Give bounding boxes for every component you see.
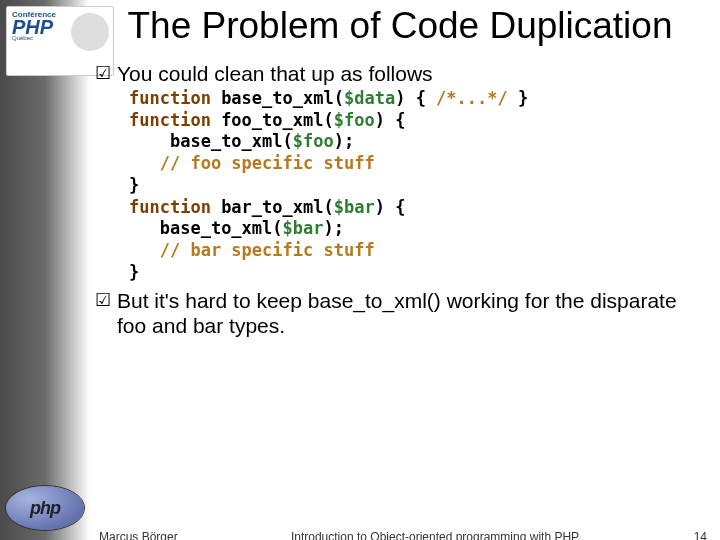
code-line-5: } xyxy=(129,175,715,197)
bullet-2-text: But it's hard to keep base_to_xml() work… xyxy=(117,288,715,338)
code-line-9: } xyxy=(129,262,715,284)
slide-title: The Problem of Code Duplication xyxy=(95,0,715,61)
php-ellipse-icon: php xyxy=(6,486,84,530)
footer-page-number: 14 xyxy=(694,530,707,540)
bullet-2: ☑ But it's hard to keep base_to_xml() wo… xyxy=(95,288,715,338)
php-logo: php xyxy=(6,486,84,530)
code-line-7: base_to_xml($bar); xyxy=(129,218,715,240)
code-line-3: base_to_xml($foo); xyxy=(129,131,715,153)
bullet-1: ☑ You could clean that up as follows xyxy=(95,61,715,86)
code-line-4: // foo specific stuff xyxy=(129,153,715,175)
code-line-2: function foo_to_xml($foo) { xyxy=(129,110,715,132)
code-block: function base_to_xml($data) { /*...*/ } … xyxy=(129,88,715,284)
code-line-8: // bar specific stuff xyxy=(129,240,715,262)
bullet-1-text: You could clean that up as follows xyxy=(117,61,445,86)
code-line-1: function base_to_xml($data) { /*...*/ } xyxy=(129,88,715,110)
checkmark-icon: ☑ xyxy=(95,288,117,312)
footer-title: Introduction to Object-oriented programm… xyxy=(245,530,625,540)
footer-author: Marcus Börger xyxy=(99,530,178,540)
code-line-6: function bar_to_xml($bar) { xyxy=(129,197,715,219)
slide-content: The Problem of Code Duplication ☑ You co… xyxy=(95,0,715,540)
sidebar-gradient xyxy=(0,0,90,540)
checkmark-icon: ☑ xyxy=(95,61,117,85)
php-logo-text: php xyxy=(30,498,60,519)
